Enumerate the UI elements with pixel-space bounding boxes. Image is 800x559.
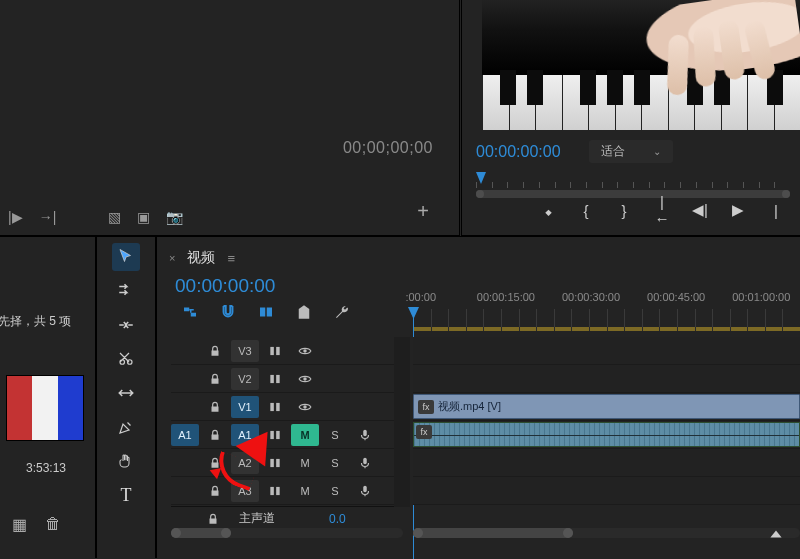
toggle-output-icon[interactable]: [291, 368, 319, 390]
lock-icon[interactable]: [201, 452, 229, 474]
track-label-a3[interactable]: A3: [231, 480, 259, 502]
toggle-output-icon[interactable]: [291, 340, 319, 362]
overwrite-icon[interactable]: →|: [39, 209, 57, 225]
sync-lock-icon[interactable]: [261, 396, 289, 418]
sync-lock-icon[interactable]: [261, 480, 289, 502]
svg-point-5: [303, 377, 307, 381]
svg-point-2: [303, 349, 307, 353]
solo-button[interactable]: S: [321, 480, 349, 502]
timeline-display-settings-icon[interactable]: [768, 524, 784, 540]
timeline-zoom-slider[interactable]: [171, 528, 403, 538]
track-label-a2[interactable]: A2: [231, 452, 259, 474]
close-sequence-icon[interactable]: ×: [169, 252, 175, 264]
lock-icon[interactable]: [201, 480, 229, 502]
type-tool[interactable]: T: [112, 481, 140, 509]
mark-in-icon[interactable]: {: [578, 202, 594, 219]
timeline-scrollbar[interactable]: [413, 528, 800, 538]
trash-icon[interactable]: 🗑: [45, 515, 61, 534]
source-patch-a1[interactable]: A1: [171, 424, 199, 446]
voice-record-icon[interactable]: [351, 424, 379, 446]
fx-badge[interactable]: fx: [416, 425, 432, 439]
source-add-button[interactable]: +: [417, 200, 429, 223]
track-select-tool[interactable]: [112, 277, 140, 305]
voice-record-icon[interactable]: [351, 480, 379, 502]
svg-rect-6: [270, 402, 274, 410]
track-label-v2[interactable]: V2: [231, 368, 259, 390]
export-frame2-icon[interactable]: ▣: [137, 209, 150, 225]
track-header-resize[interactable]: [394, 337, 410, 507]
clip-name: 视频.mp4 [V]: [438, 399, 501, 414]
chevron-down-icon: ⌄: [653, 146, 661, 157]
sync-lock-icon[interactable]: [261, 340, 289, 362]
lock-icon[interactable]: [201, 424, 229, 446]
new-item-icon[interactable]: ▦: [12, 515, 27, 534]
razor-tool[interactable]: [112, 345, 140, 373]
video-clip[interactable]: fx 视频.mp4 [V]: [413, 394, 800, 419]
track-row-v3: V3: [171, 337, 409, 365]
mute-button[interactable]: M: [291, 452, 319, 474]
slip-tool[interactable]: [112, 379, 140, 407]
program-monitor-panel: 00:00:00:00 适合 ⌄ ⬥ { } |← ◀| ▶ |: [461, 0, 800, 236]
program-transport: ⬥ { } |← ◀| ▶ |: [462, 193, 800, 227]
nest-icon[interactable]: [181, 303, 199, 321]
pen-tool[interactable]: [112, 413, 140, 441]
snap-icon[interactable]: [219, 303, 237, 321]
audio-clip[interactable]: fx: [413, 422, 800, 447]
program-time-ruler[interactable]: [476, 172, 790, 192]
fx-badge[interactable]: fx: [418, 400, 434, 414]
track-label-a1[interactable]: A1: [231, 424, 259, 446]
program-timecode[interactable]: 00:00:00:00: [476, 143, 561, 161]
voice-record-icon[interactable]: [351, 452, 379, 474]
marker-icon[interactable]: [295, 303, 313, 321]
source-transport: |▶ →| ▧ ▣ 📷: [8, 209, 183, 225]
svg-rect-15: [270, 486, 274, 494]
export-frame-icon[interactable]: ▧: [108, 209, 121, 225]
source-monitor-panel: 00;00;00;00 |▶ →| ▧ ▣ 📷 +: [0, 0, 460, 236]
clip-area[interactable]: fx 视频.mp4 [V] fx: [413, 337, 800, 505]
solo-button[interactable]: S: [321, 452, 349, 474]
step-back-icon[interactable]: ◀|: [692, 201, 708, 219]
lane-v2: [413, 365, 800, 393]
zoom-fit-label: 适合: [601, 143, 625, 160]
bin-thumbnail[interactable]: [6, 375, 84, 441]
track-label-v1[interactable]: V1: [231, 396, 259, 418]
tool-strip: T: [96, 236, 156, 558]
add-marker-icon[interactable]: ⬥: [540, 202, 556, 219]
sync-lock-icon[interactable]: [261, 452, 289, 474]
mark-out-icon[interactable]: }: [616, 202, 632, 219]
time-ruler[interactable]: :00:00 00:00:15:00 00:00:30:00 00:00:45:…: [413, 291, 800, 329]
insert-icon[interactable]: |▶: [8, 209, 23, 225]
lock-icon[interactable]: [201, 396, 229, 418]
lock-icon[interactable]: [199, 508, 227, 530]
master-value[interactable]: 0.0: [329, 512, 346, 526]
lock-icon[interactable]: [201, 340, 229, 362]
lock-icon[interactable]: [201, 368, 229, 390]
sequence-name[interactable]: 视频: [187, 249, 215, 267]
camera-icon[interactable]: 📷: [166, 209, 183, 225]
track-label-v3[interactable]: V3: [231, 340, 259, 362]
track-row-a3: A3 M S: [171, 477, 409, 505]
toggle-output-icon[interactable]: [291, 396, 319, 418]
linked-selection-icon[interactable]: [257, 303, 275, 321]
mute-button[interactable]: M: [291, 424, 319, 446]
lane-v1: fx 视频.mp4 [V]: [413, 393, 800, 421]
hand-tool[interactable]: [112, 447, 140, 475]
svg-rect-11: [363, 429, 367, 435]
timeline-timecode[interactable]: 00:00:00:00: [175, 275, 275, 297]
selection-tool[interactable]: [112, 243, 140, 271]
mute-button[interactable]: M: [291, 480, 319, 502]
zoom-fit-dropdown[interactable]: 适合 ⌄: [589, 140, 673, 163]
sync-lock-icon[interactable]: [261, 368, 289, 390]
lane-a1: fx: [413, 421, 800, 449]
program-viewer[interactable]: [482, 0, 800, 130]
sync-lock-icon[interactable]: [261, 424, 289, 446]
go-to-in-icon[interactable]: |←: [654, 193, 670, 227]
svg-rect-16: [276, 486, 280, 494]
step-forward-icon[interactable]: |: [768, 202, 784, 219]
settings-wrench-icon[interactable]: [333, 303, 351, 321]
play-icon[interactable]: ▶: [730, 201, 746, 219]
panel-menu-icon[interactable]: ≡: [227, 251, 235, 266]
svg-rect-17: [363, 485, 367, 491]
solo-button[interactable]: S: [321, 424, 349, 446]
ripple-edit-tool[interactable]: [112, 311, 140, 339]
